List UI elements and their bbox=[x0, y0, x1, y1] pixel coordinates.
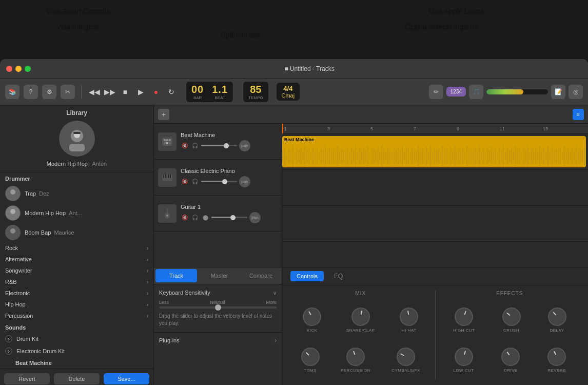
highcut-knob[interactable] bbox=[452, 305, 476, 329]
notes-btn[interactable]: 📝 bbox=[551, 85, 565, 99]
pan-knob-guitar[interactable]: pan bbox=[249, 212, 261, 223]
drummer-item-hiphop[interactable]: Modern Hip Hop Ant... bbox=[0, 203, 153, 223]
stop-button[interactable]: ■ bbox=[119, 85, 132, 99]
controls-tab-btn[interactable]: Controls bbox=[290, 271, 324, 281]
svg-rect-70 bbox=[374, 148, 375, 165]
svg-rect-92 bbox=[418, 146, 419, 166]
kick-knob[interactable] bbox=[300, 304, 325, 330]
audio-clip-beat-machine[interactable]: Beat Machine bbox=[282, 136, 586, 167]
drive-knob[interactable] bbox=[498, 344, 523, 370]
volume-slider-beat-machine[interactable] bbox=[201, 145, 237, 146]
reverb-knob[interactable] bbox=[544, 344, 569, 369]
percussion-knob[interactable] bbox=[344, 345, 367, 369]
save-button[interactable]: Save... bbox=[104, 373, 149, 384]
tuner-btn[interactable]: 🎵 bbox=[469, 85, 483, 99]
pencil-btn[interactable]: ✏ bbox=[429, 85, 443, 99]
volume-slider-piano[interactable] bbox=[201, 181, 237, 182]
maximize-button[interactable] bbox=[25, 66, 31, 72]
svg-rect-80 bbox=[394, 146, 395, 166]
knobs-area: MIX KICK SNARE/CLAP bbox=[282, 285, 588, 385]
reverb-label: REVERB bbox=[547, 368, 566, 373]
headphone-btn-beat-machine[interactable]: 🎧 bbox=[191, 142, 199, 150]
help-btn[interactable]: ? bbox=[24, 85, 38, 99]
svg-rect-150 bbox=[535, 147, 536, 165]
eq-tab[interactable]: EQ bbox=[334, 271, 343, 282]
crush-knob[interactable] bbox=[498, 304, 524, 330]
scissors-btn[interactable]: ✂ bbox=[61, 85, 75, 99]
loops-btn[interactable]: ◎ bbox=[569, 85, 583, 99]
drummer-item-trap[interactable]: Trap Dez bbox=[0, 184, 153, 203]
mute-btn-guitar[interactable]: 🔇 bbox=[181, 214, 189, 222]
svg-rect-76 bbox=[385, 151, 386, 161]
plugins-row[interactable]: Plug-ins › bbox=[154, 332, 282, 348]
sound-electronic-drum-kit[interactable]: › Electronic Drum Kit bbox=[0, 345, 153, 357]
timeline-ruler: 1 3 5 7 9 11 13 bbox=[282, 124, 588, 134]
time-display: 00 BAR 1.1 BEAT bbox=[186, 82, 233, 102]
sound-circle-1: › bbox=[5, 335, 12, 342]
velocity-thumb[interactable] bbox=[215, 304, 221, 311]
hihat-knob[interactable] bbox=[398, 306, 420, 328]
minimize-button[interactable] bbox=[15, 66, 22, 72]
mix-title: MIX bbox=[290, 291, 431, 296]
pan-knob-beat-machine[interactable]: pan bbox=[239, 140, 250, 151]
svg-rect-143 bbox=[521, 153, 522, 160]
tab-master[interactable]: Master bbox=[199, 267, 240, 284]
play-button[interactable]: ▶ bbox=[134, 85, 147, 99]
mute-btn-piano[interactable]: 🔇 bbox=[181, 178, 189, 186]
svg-rect-153 bbox=[541, 149, 542, 163]
genre-alternative[interactable]: Alternative › bbox=[0, 254, 153, 265]
svg-rect-117 bbox=[468, 149, 469, 163]
svg-rect-142 bbox=[519, 148, 520, 165]
close-button[interactable] bbox=[6, 66, 12, 72]
tab-compare[interactable]: Compare bbox=[240, 267, 282, 284]
smart-controls-btn[interactable]: ⚙ bbox=[42, 85, 56, 99]
genre-electronic[interactable]: Electronic › bbox=[0, 287, 153, 299]
track-controls-guitar: 🔇 🎧 ⬤ pan bbox=[181, 212, 278, 223]
svg-rect-98 bbox=[430, 145, 431, 167]
delay-knob-item: DELAY bbox=[548, 307, 566, 333]
genre-rock[interactable]: Rock › bbox=[0, 242, 153, 254]
delete-button[interactable]: Delete bbox=[54, 373, 100, 384]
sound-drum-kit[interactable]: › Drum Kit bbox=[0, 333, 153, 345]
svg-rect-25 bbox=[282, 150, 283, 163]
genre-percussion[interactable]: Percussion › bbox=[0, 310, 153, 321]
rewind-button[interactable]: ◀◀ bbox=[88, 85, 101, 99]
loop-button[interactable]: ↻ bbox=[165, 85, 178, 99]
genre-rnb[interactable]: R&B › bbox=[0, 276, 153, 287]
mute-btn-beat-machine[interactable]: 🔇 bbox=[181, 142, 189, 150]
pan-knob-piano[interactable]: pan bbox=[239, 176, 250, 187]
record-button[interactable]: ● bbox=[149, 85, 163, 99]
svg-rect-105 bbox=[444, 149, 445, 163]
tab-track[interactable]: Track bbox=[155, 269, 197, 282]
svg-rect-172 bbox=[580, 148, 581, 164]
revert-button[interactable]: Revert bbox=[4, 373, 50, 384]
record-arm-guitar[interactable]: ⬤ bbox=[201, 214, 209, 222]
drummer-item-boombap[interactable]: Boom Bap Maurice bbox=[0, 223, 153, 242]
ruler-mark-3: 3 bbox=[327, 126, 370, 131]
headphone-btn-guitar[interactable]: 🎧 bbox=[191, 214, 199, 222]
snare-knob[interactable] bbox=[350, 306, 371, 328]
velocity-track[interactable] bbox=[159, 306, 277, 309]
svg-rect-112 bbox=[458, 148, 459, 164]
time-signature-display[interactable]: 4/4 Cmaj bbox=[277, 83, 300, 101]
tempo-display[interactable]: 85 TEMPO bbox=[243, 82, 268, 102]
cymbals-knob[interactable] bbox=[393, 344, 418, 369]
reverb-knob-item: REVERB bbox=[547, 348, 566, 373]
controls-tabs: Track Master Compare bbox=[154, 267, 282, 284]
meter-display[interactable]: 1234 bbox=[446, 87, 466, 97]
svg-rect-124 bbox=[483, 148, 484, 164]
fast-forward-button[interactable]: ▶▶ bbox=[103, 85, 116, 99]
library-btn[interactable]: 📚 bbox=[5, 85, 19, 99]
genre-hiphop[interactable]: Hip Hop › bbox=[0, 299, 153, 310]
toms-knob[interactable] bbox=[297, 343, 323, 370]
sounds-section: Sounds › Drum Kit › Electronic Drum Kit … bbox=[0, 321, 153, 369]
effects-group: EFFECTS HIGH CUT CRUSH bbox=[440, 291, 580, 380]
delay-knob[interactable] bbox=[544, 304, 570, 330]
svg-point-5 bbox=[10, 189, 15, 195]
lowcut-knob[interactable] bbox=[452, 345, 475, 368]
add-track-button[interactable]: + bbox=[158, 109, 169, 120]
headphone-btn-piano[interactable]: 🎧 bbox=[191, 178, 199, 186]
volume-slider-guitar[interactable] bbox=[211, 217, 247, 218]
track-view-button[interactable]: ≡ bbox=[573, 109, 584, 120]
genre-songwriter[interactable]: Songwriter › bbox=[0, 265, 153, 276]
